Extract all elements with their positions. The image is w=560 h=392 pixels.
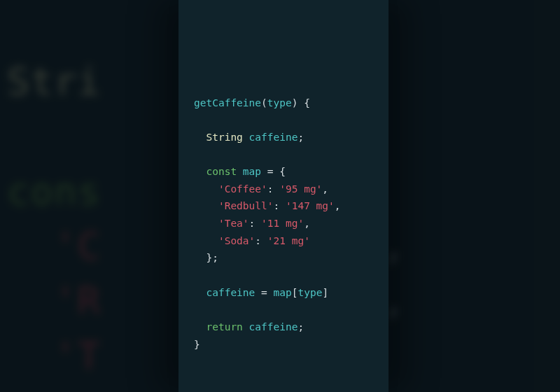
variable-name: caffeine <box>249 132 298 143</box>
colon: : <box>274 200 280 211</box>
map-key: 'Redbull' <box>218 200 274 211</box>
code-panel: getCaffeine(type) { String caffeine; con… <box>178 0 388 392</box>
comma: , <box>335 200 341 211</box>
colon: : <box>267 183 274 195</box>
brace-open: { <box>304 97 310 108</box>
brace-close: } <box>194 339 200 350</box>
equals-op: = <box>261 287 267 298</box>
return-keyword: return <box>206 321 242 332</box>
map-key: 'Tea' <box>218 218 249 229</box>
map-value: '147 mg' <box>286 200 335 211</box>
param-name: type <box>267 97 292 108</box>
variable-name: map <box>243 166 261 177</box>
map-value: '11 mg' <box>261 218 304 229</box>
semicolon: ; <box>298 321 304 332</box>
map-value: '21 mg' <box>267 235 310 246</box>
colon: : <box>249 218 255 229</box>
brace-close: }; <box>206 252 218 263</box>
colon: : <box>255 235 261 246</box>
semicolon: ; <box>298 132 304 143</box>
map-value: '95 mg' <box>279 183 322 195</box>
index-var: type <box>298 287 322 298</box>
map-key: 'Coffee' <box>218 183 267 195</box>
equals-op: = <box>267 166 274 177</box>
map-key: 'Soda' <box>218 235 255 246</box>
paren-close: ) <box>292 97 298 108</box>
variable-name: caffeine <box>206 287 255 298</box>
paren-open: ( <box>261 97 267 108</box>
const-keyword: const <box>206 166 237 177</box>
bracket-close: ] <box>322 287 328 298</box>
function-name: getCaffeine <box>194 97 261 108</box>
brace-open: { <box>279 166 286 177</box>
variable-name: caffeine <box>249 321 298 332</box>
type-keyword: String <box>206 132 242 143</box>
code-screenshot: Stri cons 'C mg', 'R 7 mg', 'T 'S }; caf… <box>0 0 560 392</box>
variable-name: map <box>274 287 292 298</box>
comma: , <box>304 218 310 229</box>
comma: , <box>322 183 328 195</box>
